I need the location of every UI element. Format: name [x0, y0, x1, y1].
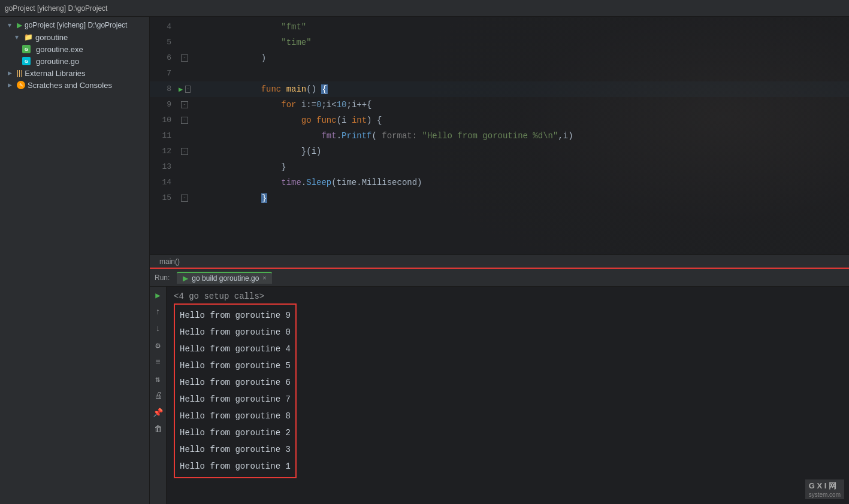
console-run-btn[interactable]: ▶ [152, 289, 164, 301]
scratches-label: Scratches and Consoles [28, 81, 112, 90]
goroutine-folder-label: goroutine [35, 33, 68, 42]
console-line-4: Hello from goroutine 6 [180, 374, 291, 391]
project-tree: ▶ goProject [yicheng] D:\goProject 📁 gor… [0, 17, 149, 504]
sidebar-item-scratches[interactable]: ✎ Scratches and Consoles [0, 79, 149, 91]
console-setup-line: <4 go setup calls> [174, 292, 842, 301]
setup-text: <4 go setup calls> [174, 292, 264, 301]
console-area: ▶ ↑ ↓ ⚙ ≡ ⇅ 🖨 📌 🗑 <4 go setup calls> [150, 287, 849, 504]
folder-icon: 📁 [24, 33, 33, 41]
code-lines: 4 "fmt" 5 "time" [150, 17, 849, 208]
console-up-btn[interactable]: ↑ [152, 306, 164, 318]
sidebar-item-goroutine-folder[interactable]: 📁 goroutine [0, 31, 149, 43]
fold-icon-8[interactable]: - [185, 86, 191, 93]
sidebar-item-external-libs[interactable]: ||| External Libraries [0, 67, 149, 79]
run-tab[interactable]: ▶ go build goroutine.go × [177, 272, 272, 284]
console-line-0: Hello from goroutine 9 [180, 307, 291, 324]
console-print-btn[interactable]: 🖨 [152, 390, 164, 402]
gutter-9[interactable]: - [179, 101, 191, 108]
fold-icon-6[interactable]: - [181, 54, 188, 62]
line-num-4: 4 [150, 19, 179, 35]
run-tab-bar: Run: ▶ go build goroutine.go × [150, 269, 849, 287]
gutter-8[interactable]: - [179, 81, 191, 98]
line-num-13: 13 [150, 159, 179, 175]
fold-icon-12[interactable]: - [181, 148, 188, 155]
arrow-down-icon [5, 20, 14, 30]
console-line-6: Hello from goroutine 8 [180, 408, 291, 424]
gutter-12[interactable]: - [179, 148, 191, 155]
console-line-3: Hello from goroutine 5 [180, 357, 291, 374]
line-num-12: 12 [150, 144, 179, 159]
run-tab-close-btn[interactable]: × [262, 275, 266, 281]
goroutine-go-label: goroutine.go [36, 57, 79, 66]
run-label: Run: [155, 274, 170, 282]
fold-icon-9[interactable]: - [181, 101, 188, 108]
libs-icon: ||| [17, 69, 22, 77]
line-num-14: 14 [150, 175, 179, 190]
line-num-10: 10 [150, 113, 179, 128]
code-line-6: 6 - ) [150, 50, 849, 66]
console-line-9: Hello from goroutine 1 [180, 458, 291, 475]
exe-icon: G [22, 44, 31, 54]
gutter-15[interactable]: - [179, 195, 191, 202]
external-libs-label: External Libraries [25, 69, 85, 78]
bottom-panel: Run: ▶ go build goroutine.go × ▶ ↑ ↓ ⚙ ≡… [150, 268, 849, 504]
goroutine-exe-label: goroutine.exe [36, 45, 83, 54]
main-area: ▶ goProject [yicheng] D:\goProject 📁 gor… [0, 17, 849, 504]
project-root-label: goProject [yicheng] D:\goProject [25, 21, 127, 29]
breadcrumb-text: main() [159, 257, 180, 266]
line-num-11: 11 [150, 128, 179, 144]
console-settings-btn[interactable]: ⚙ [152, 339, 164, 351]
go-file-icon: G [22, 56, 31, 66]
console-line-2: Hello from goroutine 4 [180, 341, 291, 357]
fold-icon-15[interactable]: - [181, 195, 188, 202]
title-bar: goProject [yicheng] D:\goProject [0, 0, 849, 17]
console-trash-btn[interactable]: 🗑 [152, 423, 164, 435]
watermark: G X I 网 system.com [805, 479, 844, 499]
sidebar-item-project-root[interactable]: ▶ goProject [yicheng] D:\goProject [0, 19, 149, 31]
sidebar-item-goroutine-go[interactable]: G goroutine.go [0, 55, 149, 67]
console-line-8: Hello from goroutine 3 [180, 441, 291, 458]
editor-region: 4 "fmt" 5 "time" [150, 17, 849, 504]
line-num-15: 15 [150, 190, 179, 206]
code-line-15: 15 - } [150, 190, 849, 206]
window-title: goProject [yicheng] D:\goProject [5, 4, 107, 13]
console-output-box: Hello from goroutine 9 Hello from gorout… [174, 303, 297, 478]
line-content-15: } [191, 175, 849, 221]
arrow-right-icon-2 [5, 80, 14, 90]
console-output[interactable]: <4 go setup calls> Hello from goroutine … [167, 287, 849, 504]
console-line-5: Hello from goroutine 7 [180, 391, 291, 408]
console-line-1: Hello from goroutine 0 [180, 324, 291, 341]
sidebar-item-goroutine-exe[interactable]: G goroutine.exe [0, 43, 149, 55]
run-tab-label: go build goroutine.go [192, 274, 259, 283]
line-num-5: 5 [150, 35, 179, 50]
line-num-7: 7 [150, 66, 179, 81]
scratch-icon: ✎ [17, 81, 25, 89]
console-line-7: Hello from goroutine 2 [180, 424, 291, 441]
run-gutter-icon[interactable] [179, 81, 183, 98]
console-filter-btn[interactable]: ≡ [152, 356, 164, 368]
code-view[interactable]: 4 "fmt" 5 "time" [150, 17, 849, 254]
editor-area: 4 "fmt" 5 "time" [150, 17, 849, 268]
console-sort-btn[interactable]: ⇅ [152, 373, 164, 385]
console-toolbar: ▶ ↑ ↓ ⚙ ≡ ⇅ 🖨 📌 🗑 [150, 287, 167, 504]
arrow-down-icon-2 [12, 32, 22, 42]
console-pin-btn[interactable]: 📌 [152, 406, 164, 418]
line-num-8: 8 [150, 81, 179, 97]
go-tab-icon: ▶ [183, 274, 188, 283]
project-icon: ▶ [17, 21, 22, 29]
gutter-6[interactable]: - [179, 54, 191, 62]
line-num-9: 9 [150, 97, 179, 113]
console-down-btn[interactable]: ↓ [152, 323, 164, 335]
gutter-10[interactable]: - [179, 117, 191, 124]
fold-icon-10[interactable]: - [181, 117, 188, 124]
arrow-right-icon [5, 68, 14, 78]
sidebar: ▶ goProject [yicheng] D:\goProject 📁 gor… [0, 17, 150, 504]
breadcrumb: main() [150, 254, 849, 268]
line-num-6: 6 [150, 50, 179, 66]
